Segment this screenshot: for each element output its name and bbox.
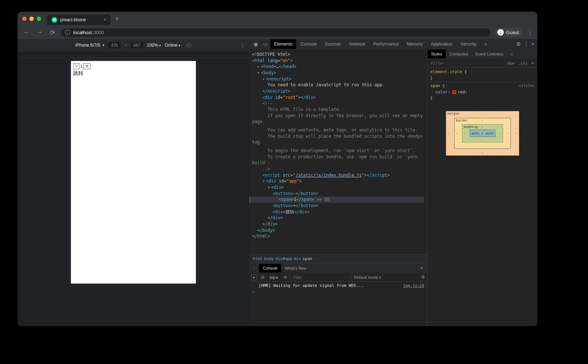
tab-memory[interactable]: Memory [403, 39, 426, 49]
color-swatch[interactable] [452, 90, 456, 94]
zoom-selector[interactable]: 100% [147, 43, 161, 48]
console-levels-selector[interactable]: Default levels [351, 275, 384, 280]
address-host: localhost [73, 30, 92, 35]
styles-tab-more[interactable]: » [507, 50, 517, 58]
styles-filter-row: :hov .cls + [427, 59, 537, 68]
device-width-input[interactable] [108, 42, 121, 48]
device-preview-pane: iPhone 6/7/8 × 100% Online ⟳ ⋮ - 1 + 跳转 [18, 39, 249, 326]
styles-tab-computed[interactable]: Computed [446, 50, 472, 58]
dom-selected-line[interactable]: ⋯<span>1</span> == $0 [249, 197, 424, 203]
maximize-window-button[interactable] [37, 17, 41, 21]
drawer-tabs: ⋮ Console What's New × [249, 263, 427, 273]
dom-tree[interactable]: <!DOCTYPE html> <html lang="en"> ▸<head>… [249, 49, 427, 254]
guest-label: Guest [506, 30, 519, 35]
dom-breadcrumb: html body div#app div span [249, 254, 427, 263]
drawer-menu[interactable]: ⋮ [249, 266, 259, 271]
console-message: [HMR] Waiting for update signal from WDS… [252, 283, 403, 288]
devtools-pane: ▣ ▭ Elements Console Sources Network Per… [249, 39, 537, 326]
title-bar: M preact-kbone × + [18, 12, 537, 26]
drawer-tab-whatsnew[interactable]: What's New [281, 264, 310, 273]
console-source-link[interactable]: log.js:24 [403, 283, 424, 288]
site-info-icon[interactable]: i [65, 30, 70, 35]
tab-sources[interactable]: Sources [321, 39, 345, 49]
favicon: M [51, 17, 57, 23]
avatar-icon: ☺ [497, 29, 504, 36]
live-expression-icon[interactable]: 👁 [283, 275, 287, 280]
breadcrumb-item[interactable]: span [302, 256, 312, 261]
style-rules[interactable]: element.style { } <style> span { color: … [427, 68, 537, 104]
drawer-tab-console[interactable]: Console [259, 264, 281, 273]
browser-menu-button[interactable]: ⋮ [527, 29, 533, 36]
new-rule-button[interactable]: + [530, 60, 535, 66]
devtools-tabs: ▣ ▭ Elements Console Sources Network Per… [249, 39, 537, 49]
styles-tabs: Styles Computed Event Listeners » [427, 49, 537, 59]
rotate-icon[interactable]: ⟳ [186, 43, 191, 48]
styles-panel: Styles Computed Event Listeners » :hov .… [427, 49, 537, 326]
minus-button[interactable]: - [73, 63, 80, 69]
device-frame: - 1 + 跳转 [71, 61, 196, 284]
device-height-input[interactable] [131, 42, 143, 48]
browser-window: M preact-kbone × + ← → ⟳ i localhost:300… [18, 12, 537, 326]
console-settings-icon[interactable]: ⚙ [421, 275, 425, 280]
console-toolbar: ▸ ⊘ top 👁 Default levels ⚙ [249, 273, 427, 282]
breadcrumb-item[interactable]: div [294, 256, 301, 261]
inspect-element-icon[interactable]: ▣ [251, 40, 260, 48]
styles-tab-event-listeners[interactable]: Event Listeners [472, 50, 507, 58]
tab-performance[interactable]: Performance [370, 39, 402, 49]
tab-close-icon[interactable]: × [104, 17, 106, 22]
console-output[interactable]: [HMR] Waiting for update signal from WDS… [249, 282, 427, 326]
forward-button[interactable]: → [35, 28, 44, 37]
tab-elements[interactable]: Elements [270, 39, 296, 49]
tab-console[interactable]: Console [297, 39, 320, 49]
tab-title: preact-kbone [60, 17, 86, 22]
new-tab-button[interactable]: + [115, 15, 119, 23]
console-filter-input[interactable] [290, 274, 348, 280]
styles-tab-styles[interactable]: Styles [427, 50, 446, 58]
hov-toggle[interactable]: :hov [504, 60, 516, 66]
device-toggle-icon[interactable]: ▭ [261, 40, 270, 48]
address-bar: ← → ⟳ i localhost:3000 ☺ Guest ⋮ [18, 26, 537, 39]
close-window-button[interactable] [22, 17, 26, 21]
devtools-settings-icon[interactable]: ⚙ [516, 41, 521, 47]
tab-security[interactable]: Security [457, 39, 480, 49]
counter-value: 1 [80, 64, 83, 69]
device-toolbar-menu[interactable]: ⋮ [240, 43, 245, 48]
breadcrumb-item[interactable]: body [264, 256, 274, 261]
device-toolbar: iPhone 6/7/8 × 100% Online ⟳ ⋮ [18, 39, 249, 51]
elements-panel: <!DOCTYPE html> <html lang="en"> ▸<head>… [249, 49, 427, 326]
box-model-content: auto × auto [470, 130, 495, 137]
dimension-separator: × [124, 43, 127, 48]
devtools-close-icon[interactable]: × [531, 41, 534, 47]
tab-more[interactable]: » [481, 39, 491, 49]
jump-link[interactable]: 跳转 [73, 70, 194, 77]
console-prompt[interactable]: > [252, 289, 424, 294]
tab-network[interactable]: Network [345, 39, 369, 49]
profile-button[interactable]: ☺ Guest [495, 28, 523, 37]
box-model[interactable]: margin ---- border ---- padding ---- aut… [446, 111, 519, 156]
tab-application[interactable]: Application [427, 39, 456, 49]
address-input[interactable]: i localhost:3000 [61, 28, 491, 37]
reload-button[interactable]: ⟳ [49, 28, 56, 37]
console-drawer: ⋮ Console What's New × ▸ ⊘ top 👁 Default… [249, 263, 427, 326]
drawer-close-icon[interactable]: × [417, 265, 427, 271]
breadcrumb-item[interactable]: div#app [275, 256, 292, 261]
device-selector[interactable]: iPhone 6/7/8 [75, 43, 104, 48]
console-clear-icon[interactable]: ⊘ [259, 274, 266, 280]
cls-toggle[interactable]: .cls [517, 60, 529, 66]
network-selector[interactable]: Online [165, 43, 180, 48]
devtools-menu-icon[interactable]: ⋮ [523, 41, 529, 48]
console-sidebar-icon[interactable]: ▸ [251, 274, 257, 280]
browser-tab[interactable]: M preact-kbone × [47, 15, 111, 25]
address-port: :3000 [92, 30, 104, 35]
styles-filter-input[interactable] [427, 61, 504, 65]
minimize-window-button[interactable] [29, 17, 34, 21]
plus-button[interactable]: + [83, 63, 91, 69]
breadcrumb-item[interactable]: html [253, 256, 263, 261]
rule-source[interactable]: <style> [519, 83, 534, 89]
ruler [18, 51, 249, 58]
back-button[interactable]: ← [22, 28, 31, 37]
console-context-selector[interactable]: top [268, 274, 280, 280]
traffic-lights [22, 17, 41, 21]
